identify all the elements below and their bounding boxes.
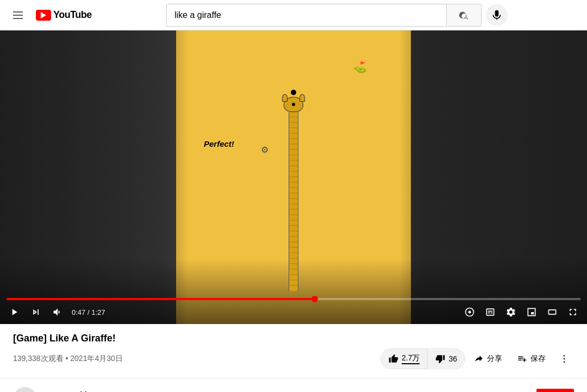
video-controls: 0:47 / 1:27 [0,298,587,324]
like-count: 2.7万 [402,353,420,364]
view-count: 139,338次观看 [13,354,64,363]
skip-next-icon [30,307,41,318]
thumbs-up-icon [389,354,398,364]
publish-date: 2021年4月30日 [70,354,123,363]
header: YouTube like a giraffe [0,0,587,30]
video-player[interactable]: Perfect! ⚙ ⛳ [0,30,587,324]
svg-point-3 [564,358,565,360]
next-button[interactable] [28,304,43,320]
youtube-logo[interactable]: YouTube [36,9,92,21]
save-label: 保存 [530,354,546,364]
more-icon [559,353,570,364]
search-button[interactable] [446,4,481,26]
svg-point-4 [564,362,565,363]
giraffe-character [284,97,303,291]
progress-fill [7,298,315,300]
header-left: YouTube [9,7,96,23]
game-content: Perfect! ⚙ ⛳ [182,30,405,324]
channel-avatar[interactable]: M [13,387,37,392]
volume-icon [52,307,63,318]
like-dislike-group: 2.7万 36 [380,349,465,369]
play-button[interactable] [7,304,22,320]
date-separator: • [66,354,71,363]
menu-button[interactable] [9,7,27,23]
settings-icon [505,307,516,318]
action-buttons: 2.7万 36 分享 [380,349,574,369]
subscribe-button[interactable]: 订阅 [536,389,574,392]
total-time: 1:27 [91,308,105,316]
share-label: 分享 [487,354,502,364]
current-time: 0:47 [72,308,85,316]
share-button[interactable]: 分享 [467,350,509,368]
theater-icon [547,307,558,318]
controls-left: 0:47 / 1:27 [7,304,105,320]
theater-mode-button[interactable] [545,304,560,320]
search-icon [459,10,470,21]
captions-icon [485,307,496,318]
flag-icon: ⛳ [353,60,367,73]
captions-button[interactable] [483,304,498,320]
speed-button[interactable] [462,304,477,320]
dislike-count: 36 [448,354,457,363]
gear-game-icon: ⚙ [261,145,268,155]
video-info-area: [Game] Like A Giraffe! 139,338次观看 • 2021… [0,324,587,378]
svg-point-1 [469,311,471,314]
volume-button[interactable] [50,304,65,320]
giraffe-ear-left [282,94,288,102]
channel-row: M super_toki 14.4万位订阅者 订阅 [0,378,587,392]
svg-point-2 [564,355,565,357]
dislike-button[interactable]: 36 [428,350,465,368]
giraffe-head [284,97,303,112]
channel-name[interactable]: super_toki [46,390,528,393]
progress-bar[interactable] [7,298,580,300]
video-background: Perfect! ⚙ ⛳ [0,30,587,324]
youtube-logo-text: YouTube [53,9,92,21]
giraffe-neck-body [289,112,298,291]
giraffe-ear-right [299,94,305,102]
settings-button[interactable] [503,304,519,320]
search-input[interactable]: like a giraffe [167,6,446,24]
save-button[interactable]: 保存 [511,350,552,368]
play-icon [9,307,20,318]
search-bar: like a giraffe [166,4,482,27]
youtube-icon [36,10,51,21]
mic-button[interactable] [486,4,508,26]
channel-info: super_toki 14.4万位订阅者 [46,390,528,393]
more-options-button[interactable] [554,349,574,369]
video-title: [Game] Like A Giraffe! [13,333,574,344]
game-ball [291,90,296,95]
giraffe-eye [292,103,295,106]
header-search: like a giraffe [96,4,578,27]
speed-icon [464,307,475,318]
perfect-text: Perfect! [204,139,234,148]
thumbs-down-icon [435,354,445,364]
like-button[interactable]: 2.7万 [381,349,428,369]
miniplayer-icon [526,307,537,318]
youtube-play-icon [41,12,46,18]
controls-row: 0:47 / 1:27 [7,304,580,320]
save-icon [517,354,527,364]
miniplayer-button[interactable] [524,304,539,320]
time-display: 0:47 / 1:27 [72,308,105,316]
mic-icon [491,10,502,21]
controls-right [462,304,580,320]
share-icon [474,354,484,364]
video-stats: 139,338次观看 • 2021年4月30日 [13,354,123,364]
fullscreen-icon [567,307,578,318]
video-meta-row: 139,338次观看 • 2021年4月30日 2.7万 36 [13,349,574,369]
fullscreen-button[interactable] [565,304,580,320]
